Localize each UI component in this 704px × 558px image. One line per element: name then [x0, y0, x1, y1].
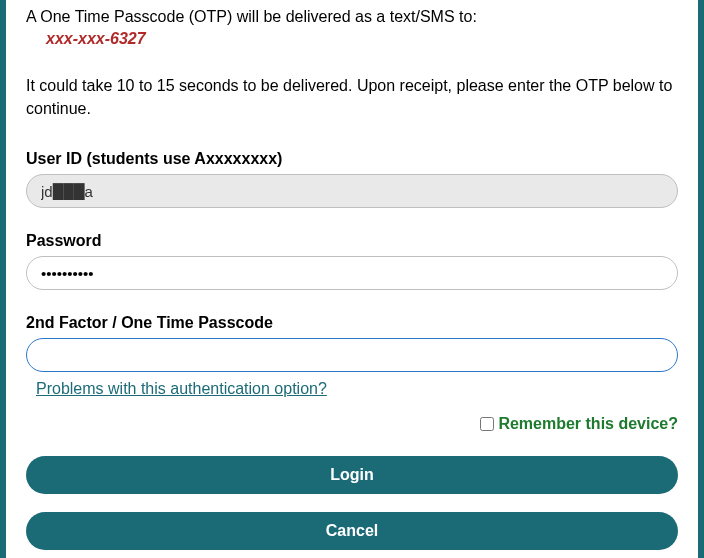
userid-input[interactable] [26, 174, 678, 208]
right-accent-bar [698, 0, 704, 558]
password-label: Password [26, 232, 678, 250]
cancel-button[interactable]: Cancel [26, 512, 678, 550]
remember-device-row: Remember this device? [26, 414, 678, 434]
form-container: A One Time Passcode (OTP) will be delive… [6, 0, 698, 558]
login-otp-panel: A One Time Passcode (OTP) will be delive… [0, 0, 704, 558]
problems-link[interactable]: Problems with this authentication option… [36, 380, 327, 398]
otp-delivery-message: A One Time Passcode (OTP) will be delive… [26, 8, 678, 26]
remember-device-label[interactable]: Remember this device? [476, 415, 678, 432]
login-button[interactable]: Login [26, 456, 678, 494]
userid-label: User ID (students use Axxxxxxxx) [26, 150, 678, 168]
password-input[interactable] [26, 256, 678, 290]
masked-phone-number: xxx-xxx-6327 [46, 30, 678, 48]
remember-device-checkbox[interactable] [480, 417, 494, 431]
otp-instruction-message: It could take 10 to 15 seconds to be del… [26, 74, 678, 120]
otp-input[interactable] [26, 338, 678, 372]
remember-device-text: Remember this device? [498, 415, 678, 432]
otp-label: 2nd Factor / One Time Passcode [26, 314, 678, 332]
